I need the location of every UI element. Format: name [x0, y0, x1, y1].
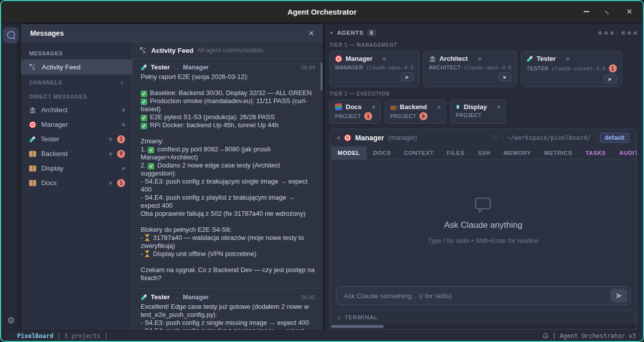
status-dot: [478, 57, 481, 60]
messages-panel-title: Messages: [30, 29, 64, 37]
chevron-right-icon[interactable]: ›: [338, 313, 340, 321]
maximize-icon[interactable]: ↔: [603, 7, 613, 17]
message: Tester → Manager 06:45 Excellent! Edge c…: [133, 288, 323, 330]
message-from: Tester: [151, 63, 170, 71]
terminal-label: TERMINAL: [345, 314, 378, 320]
title-bar: Agent Orchestrator ↔ ×: [1, 1, 643, 22]
tab-metrics[interactable]: METRICS: [538, 146, 579, 159]
agent-role: PROJECT: [456, 112, 482, 118]
left-rail: ⚙: [1, 24, 21, 330]
run-button[interactable]: ▶: [604, 74, 617, 83]
workspace-path[interactable]: ~/workspace/pixelboard/: [507, 134, 590, 141]
chat-input[interactable]: [344, 292, 610, 300]
scrollbar-thumb[interactable]: [331, 325, 384, 328]
close-icon[interactable]: ×: [308, 28, 314, 38]
agent-card-architect[interactable]: Architect ARCHITECT claude-opus-4-6 ▶: [423, 51, 517, 87]
chat-input-box: [336, 286, 630, 305]
satellite-icon: [140, 47, 147, 54]
package-icon: [29, 180, 36, 186]
sidebar-item-manager[interactable]: Manager: [21, 117, 132, 132]
channels-section: CHANNELS +: [21, 74, 132, 90]
dot-separator: [617, 31, 618, 35]
message-from: Tester: [151, 293, 170, 301]
building-icon: [29, 107, 36, 114]
agents-panel: ▼ AGENTS 6 TIER 1 — MANAGEMENT Manager: [325, 24, 643, 330]
agent-badge: 1: [609, 64, 617, 72]
detail-header: Manager (manager) ♡ · ~/workspace/pixelb…: [330, 129, 636, 146]
detail-tabs: MODEL DOCS CONTEXT FILES SSH MEMORY METR…: [330, 146, 636, 160]
unread-badge: 1: [117, 179, 125, 187]
feed-list[interactable]: Tester → Manager 06:44 Pełny raport E2E …: [133, 59, 323, 330]
dm-label: DIRECT MESSAGES: [21, 90, 132, 103]
messages-panel: Messages × MESSAGES Activity Feed CHANNE…: [21, 24, 323, 330]
dm-item-label: Manager: [41, 121, 68, 128]
horizontal-scrollbar[interactable]: [330, 324, 636, 328]
agent-card-tester[interactable]: Tester TESTER claude-sonnet-4-6 1 ▶: [521, 51, 622, 87]
profile-badge[interactable]: default: [600, 133, 629, 143]
run-button[interactable]: ▶: [401, 72, 414, 81]
run-button[interactable]: ▶: [498, 72, 511, 81]
tab-files[interactable]: FILES: [440, 146, 471, 159]
sidebar-item-activity-feed[interactable]: Activity Feed: [21, 59, 132, 74]
agent-name: Display: [464, 103, 487, 111]
dot-icon[interactable]: [633, 31, 637, 35]
dot-icon[interactable]: [610, 31, 614, 35]
send-button[interactable]: [610, 289, 627, 303]
testtube-icon: [526, 55, 533, 62]
sidebar-item-display[interactable]: Display: [21, 161, 132, 176]
agent-card-display[interactable]: Display PROJECT: [450, 100, 506, 124]
tab-context[interactable]: CONTEXT: [397, 146, 440, 159]
dm-item-label: Docs: [41, 179, 57, 187]
dot-icon[interactable]: [627, 31, 631, 35]
feed-scrollbar[interactable]: [320, 62, 323, 91]
sidebar-item-tester[interactable]: Tester 1: [21, 132, 132, 146]
tab-docs[interactable]: DOCS: [367, 146, 398, 159]
dm-item-label: Display: [41, 164, 63, 172]
satellite-icon: [29, 63, 37, 71]
agent-role: PROJECT: [335, 113, 361, 119]
testtube-icon: [141, 294, 147, 300]
agent-card-docs[interactable]: Docs PROJECT 1: [330, 100, 381, 124]
sidebar-item-architect[interactable]: Architect: [21, 103, 132, 117]
agent-card-manager[interactable]: Manager MANAGER claude-opus-4-6 ▶: [330, 51, 419, 87]
dot-icon[interactable]: [598, 31, 602, 35]
sidebar-item-docs[interactable]: Docs 1: [21, 176, 132, 190]
empty-state-hint: Type / for skills • Shift+Enter for newl…: [428, 237, 539, 244]
tier1-label: TIER 1 — MANAGEMENT: [330, 42, 637, 48]
agents-header[interactable]: ▼ AGENTS 6: [330, 27, 637, 38]
tab-audit[interactable]: AUDIT: [612, 146, 637, 159]
dm-item-label: Architect: [41, 106, 68, 114]
tab-model[interactable]: MODEL: [331, 146, 367, 159]
message-to: Manager: [183, 294, 208, 301]
heart-icon[interactable]: ♡: [492, 134, 498, 142]
tab-ssh[interactable]: SSH: [471, 146, 497, 159]
agent-role: PROJECT: [390, 113, 416, 119]
gear-icon[interactable]: ⚙: [7, 315, 15, 326]
main-area: ⚙ Messages × MESSAGES Activity Feed: [1, 22, 643, 330]
bell-icon[interactable]: [542, 332, 549, 339]
chat-bubble-icon[interactable]: [3, 27, 19, 43]
phone-icon: [456, 104, 460, 111]
dot-icon[interactable]: [604, 31, 608, 35]
close-icon[interactable]: ×: [626, 7, 632, 16]
agents-title: AGENTS: [337, 30, 364, 36]
sidebar-item-backend[interactable]: Backend 9: [21, 146, 132, 161]
coffee-icon: [390, 106, 396, 110]
tab-memory[interactable]: MEMORY: [497, 146, 538, 159]
terminal-toggle[interactable]: › TERMINAL: [331, 310, 635, 323]
tab-tasks[interactable]: TASKS: [579, 146, 612, 159]
feed-subtitle: All agent communication: [197, 47, 263, 54]
panel-dots[interactable]: [598, 31, 637, 35]
agent-role: MANAGER: [335, 64, 363, 70]
minimize-icon[interactable]: [584, 11, 589, 12]
status-bar: PixelBoard | 3 projects | | Agent Orches…: [1, 330, 643, 341]
dm-item-label: Tester: [41, 135, 59, 143]
chat-empty-state: Ask Claude anything Type / for skills • …: [330, 160, 636, 281]
add-channel-button[interactable]: +: [120, 78, 124, 87]
collapse-caret-icon[interactable]: ▼: [330, 31, 334, 35]
agent-card-backend[interactable]: Backend PROJECT 9: [385, 100, 446, 124]
building-icon: [429, 55, 436, 62]
speech-bubble-icon: [475, 197, 492, 213]
dot-icon[interactable]: [621, 31, 625, 35]
status-dot: [566, 57, 569, 60]
